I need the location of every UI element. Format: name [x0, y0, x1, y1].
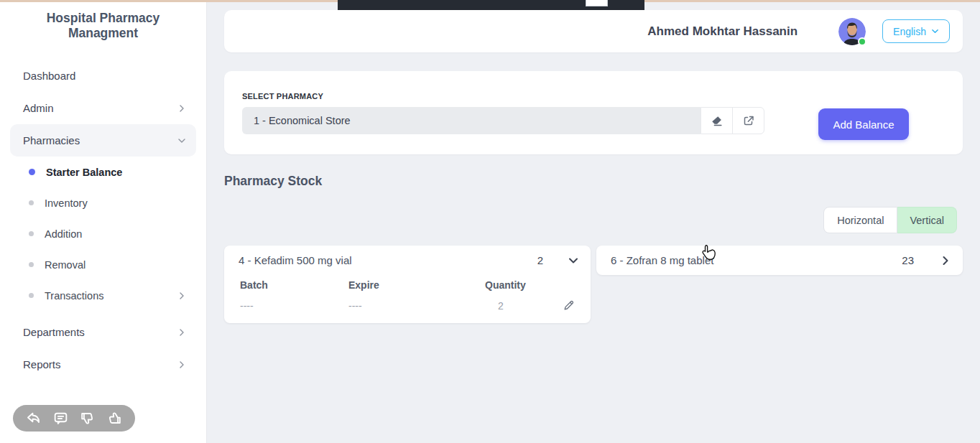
batch-value: ---- — [240, 300, 348, 312]
column-header-expire: Expire — [348, 279, 485, 291]
top-header: Ahmed Mokhtar Hassanin English — [224, 10, 963, 52]
page-title: Pharmacy Stock — [224, 174, 963, 189]
stock-card-header[interactable]: 6 - Zofran 8 mg tablet 23 — [596, 246, 963, 275]
pharmacy-select-input[interactable]: 1 - Economical Store — [242, 107, 701, 134]
stock-card-kefadim: 4 - Kefadim 500 mg vial 2 Batch Expire Q… — [224, 246, 591, 323]
select-pharmacy-label: SELECT PHARMACY — [242, 92, 945, 101]
sidebar-item-pharmacies[interactable]: Pharmacies — [10, 124, 196, 157]
stock-cards: 4 - Kefadim 500 mg vial 2 Batch Expire Q… — [224, 246, 963, 323]
video-overlay-bar — [338, 0, 644, 10]
batch-table: Batch Expire Quantity ---- ---- 2 — [240, 279, 575, 312]
sidebar-nav: Dashboard Admin Pharmacies Starter Balan… — [0, 60, 206, 381]
column-header-batch: Batch — [240, 279, 348, 291]
add-balance-button[interactable]: Add Balance — [818, 108, 909, 140]
bullet-icon — [29, 293, 34, 298]
sidebar-item-label: Pharmacies — [23, 134, 80, 146]
bullet-icon — [29, 200, 34, 205]
bullet-icon — [29, 231, 34, 236]
bullet-icon — [29, 262, 34, 267]
sidebar-item-starter-balance[interactable]: Starter Balance — [10, 157, 196, 187]
edit-batch-button[interactable] — [563, 299, 575, 312]
sidebar-item-removal[interactable]: Removal — [10, 249, 196, 280]
expire-value: ---- — [348, 300, 485, 312]
chevron-right-icon — [177, 292, 186, 300]
select-pharmacy-panel: SELECT PHARMACY 1 - Economical Store — [224, 71, 963, 154]
pharmacy-select-value: 1 - Economical Store — [254, 115, 351, 126]
feedback-toolbar — [13, 405, 135, 432]
clear-selection-button[interactable] — [701, 108, 733, 134]
view-toggle-group: Horizontal Vertical — [224, 207, 957, 233]
chevron-right-icon[interactable] — [940, 255, 951, 266]
video-overlay-chip — [586, 0, 608, 6]
sidebar-item-reports[interactable]: Reports — [10, 348, 196, 381]
online-status-dot — [858, 37, 866, 46]
column-header-quantity: Quantity — [485, 279, 550, 291]
eraser-icon — [711, 115, 723, 127]
stock-card-zofran: 6 - Zofran 8 mg tablet 23 — [596, 246, 963, 275]
sidebar-item-label: Admin — [23, 102, 54, 114]
sidebar-item-label: Departments — [23, 326, 85, 338]
sidebar-item-dashboard[interactable]: Dashboard — [10, 60, 196, 92]
language-label: English — [893, 26, 926, 37]
sidebar-item-label: Transactions — [45, 290, 103, 302]
stock-item-title: 4 - Kefadim 500 mg vial — [239, 254, 352, 266]
chevron-down-icon[interactable] — [568, 255, 579, 266]
main-content: Ahmed Mokhtar Hassanin English SELECT PH… — [207, 0, 980, 443]
sidebar-item-transactions[interactable]: Transactions — [10, 280, 196, 311]
quantity-value: 2 — [485, 300, 550, 312]
stock-card-header[interactable]: 4 - Kefadim 500 mg vial 2 — [224, 246, 591, 275]
sidebar-item-label: Dashboard — [23, 70, 75, 82]
chevron-right-icon — [177, 104, 186, 113]
stock-item-title: 6 - Zofran 8 mg tablet — [611, 254, 713, 266]
open-pharmacy-button[interactable] — [733, 108, 764, 134]
nav-spacer — [0, 311, 206, 316]
sidebar-item-departments[interactable]: Departments — [10, 316, 196, 348]
sidebar-item-label: Inventory — [45, 197, 88, 209]
sidebar-item-label: Reports — [23, 358, 61, 370]
sidebar-item-addition[interactable]: Addition — [10, 218, 196, 249]
chevron-down-icon — [931, 27, 939, 35]
stock-card-detail: Batch Expire Quantity ---- ---- 2 — [224, 275, 591, 323]
sidebar-item-inventory[interactable]: Inventory — [10, 187, 196, 218]
sidebar-item-label: Addition — [45, 228, 82, 240]
horizontal-view-button[interactable]: Horizontal — [823, 207, 897, 233]
avatar[interactable] — [838, 18, 866, 45]
reply-arrow-icon[interactable] — [25, 410, 42, 426]
chevron-right-icon — [177, 328, 186, 337]
sidebar: Hospital Pharmacy Managment Dashboard Ad… — [0, 0, 207, 443]
external-link-icon — [742, 114, 755, 127]
app-title: Hospital Pharmacy Managment — [24, 11, 182, 41]
thumbs-down-icon[interactable] — [79, 410, 96, 426]
language-selector[interactable]: English — [882, 19, 950, 43]
sidebar-item-label: Removal — [45, 259, 85, 271]
active-bullet-icon — [29, 169, 35, 175]
stock-item-quantity: 2 — [537, 254, 543, 266]
sidebar-item-label: Starter Balance — [46, 167, 122, 178]
comment-icon[interactable] — [52, 410, 69, 426]
select-tools — [701, 107, 764, 134]
vertical-view-button[interactable]: Vertical — [897, 207, 957, 233]
stock-item-quantity: 23 — [902, 254, 914, 266]
user-name: Ahmed Mokhtar Hassanin — [647, 24, 798, 39]
select-pharmacy-control: 1 - Economical Store — [242, 107, 764, 134]
sidebar-item-admin[interactable]: Admin — [10, 92, 196, 124]
chevron-down-icon — [177, 136, 186, 145]
chevron-right-icon — [177, 360, 186, 369]
pencil-icon — [563, 299, 575, 312]
thumbs-up-icon[interactable] — [106, 410, 123, 426]
